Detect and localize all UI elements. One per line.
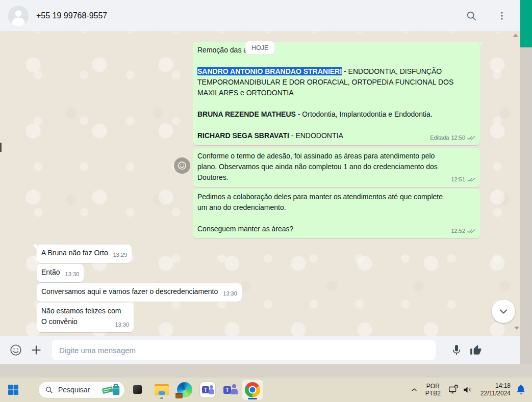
double-check-icon	[467, 177, 475, 182]
right-green-strip	[520, 0, 532, 47]
screen: +55 19 99768-9557 Remoção das á	[0, 0, 532, 402]
explorer-icon	[154, 383, 169, 396]
message-text: Doutores.	[197, 172, 475, 183]
message-meta: 12:51	[451, 174, 475, 185]
start-button[interactable]	[3, 380, 23, 400]
blank-line	[197, 120, 475, 130]
message-time: 13:30	[115, 319, 129, 330]
teams-classic-button[interactable]: T	[220, 380, 241, 400]
search-icon[interactable]	[465, 10, 477, 22]
message-text: Então13:30	[41, 267, 79, 278]
message-meta: 12:52	[451, 226, 475, 236]
whatsapp-window: +55 19 99768-9557 Remoção das á	[0, 0, 520, 364]
right-gray-strip[interactable]	[520, 47, 532, 378]
active-indicator	[248, 398, 257, 399]
work-briefcase-icon	[175, 393, 183, 398]
react-button[interactable]	[174, 157, 190, 174]
bubble-tail	[480, 42, 484, 47]
message-text: Conversamos aqui e vamos fazer o descred…	[41, 286, 237, 298]
bubble-tail	[33, 245, 37, 250]
chevron-down-icon	[497, 305, 510, 317]
message-time: 13:30	[223, 290, 237, 297]
message-text: TEMPOROMANDIBULAR E DOR OROFACIAL, ORTOP…	[197, 77, 475, 88]
scrollbar-up-arrow-icon[interactable]	[513, 34, 518, 37]
edge-icon	[177, 382, 192, 397]
chrome-button[interactable]	[242, 380, 263, 400]
message-text: Remoção das á	[197, 45, 475, 56]
composer-bar	[0, 336, 520, 364]
kebab-menu-icon[interactable]	[496, 10, 508, 22]
message-meta: 13:30	[115, 319, 129, 330]
windows-start-icon	[7, 384, 19, 396]
system-tray: POR PTB2 14:18 22/11/	[408, 378, 532, 402]
message-meta: Editada 12:50	[430, 132, 475, 143]
clock-date: 22/11/2024	[480, 390, 511, 397]
taskbar: Pesquisar	[0, 378, 532, 402]
message-bubble[interactable]: A Bruna não faz Orto13:29	[37, 245, 132, 263]
taskbar-clock[interactable]: 14:18 22/11/2024	[480, 382, 511, 397]
selected-text: SANDRO ANTONIO BRANDAO STRANIERI	[197, 67, 342, 75]
scrollbar-down-arrow-icon[interactable]	[514, 327, 519, 330]
message-time: 13:29	[113, 252, 128, 258]
blank-line	[197, 213, 475, 224]
message-time: 12:50	[451, 132, 465, 143]
edge-button[interactable]	[174, 380, 195, 400]
chat-title: +55 19 99768-9557	[36, 11, 447, 20]
message-input[interactable]	[52, 340, 436, 360]
language-indicator[interactable]: POR PTB2	[425, 383, 441, 397]
blank-line	[197, 98, 475, 109]
thumbs-up-icon[interactable]	[468, 342, 484, 358]
message-bubble[interactable]: Não estamos felizes com O convênio 13:30	[37, 303, 134, 332]
message-text: um ano do credenciamento.	[197, 202, 475, 213]
chat-area: Remoção das á SANDRO ANTONIO BRANDAO STR…	[0, 32, 520, 336]
double-check-icon	[467, 135, 475, 141]
chrome-icon	[245, 382, 260, 397]
taskbar-search[interactable]: Pesquisar	[38, 381, 125, 398]
double-check-icon	[467, 228, 475, 234]
message-bubble[interactable]: Conforme o termo de adesão, foi assinado…	[193, 148, 480, 187]
message-bubble[interactable]: Conversamos aqui e vamos fazer o descred…	[37, 283, 242, 302]
edited-label: Editada	[430, 132, 449, 143]
search-daily-image	[102, 383, 121, 396]
avatar[interactable]	[8, 6, 29, 26]
teams-classic-icon: T	[223, 382, 238, 397]
teams-icon: T	[200, 382, 215, 397]
message-text: Conforme o termo de adesão, foi assinado…	[197, 151, 475, 162]
message-time: 12:51	[451, 174, 465, 185]
bell-icon[interactable]	[515, 384, 528, 395]
task-view-button[interactable]	[128, 380, 148, 400]
clock-time: 14:18	[480, 382, 511, 390]
emoji-icon[interactable]	[8, 342, 23, 358]
message-text: SANDRO ANTONIO BRANDAO STRANIERI - ENDOD…	[197, 66, 475, 77]
blank-line	[197, 56, 475, 66]
message-bubble[interactable]: Pedimos a colaboração deles para manter …	[193, 189, 480, 238]
tray-chevron-up-icon[interactable]	[408, 386, 420, 394]
search-icon	[45, 386, 53, 394]
message-text: BRUNA REZENDE MATHEUS - Ortodontia, Impl…	[197, 109, 475, 120]
message-bubble[interactable]: Então13:30	[37, 264, 84, 282]
plus-icon[interactable]	[29, 342, 44, 358]
message-text: Conseguem manter as áreas?	[197, 224, 475, 234]
taskview-icon	[130, 382, 145, 397]
desktop-strip	[0, 364, 532, 378]
mic-icon[interactable]	[449, 342, 464, 358]
message-text: A Bruna não faz Orto13:29	[41, 248, 127, 259]
message-text: Não estamos felizes com	[41, 306, 129, 316]
message-text: MAXILARES e ORTODONTIA	[197, 88, 475, 98]
file-explorer-button[interactable]	[151, 380, 172, 400]
cast-network-icon[interactable]	[448, 384, 459, 395]
message-bubble[interactable]: Remoção das á SANDRO ANTONIO BRANDAO STR…	[193, 42, 480, 145]
chat-header: +55 19 99768-9557	[0, 0, 520, 32]
scroll-to-bottom-button[interactable]	[492, 300, 515, 323]
teams-button[interactable]: T	[197, 380, 218, 400]
message-text: plano. Observamos que ainda não completo…	[197, 162, 475, 172]
search-label: Pesquisar	[58, 386, 102, 394]
running-indicator	[160, 397, 163, 399]
message-text: Pedimos a colaboração deles para manter …	[197, 192, 475, 202]
speaker-icon[interactable]	[462, 384, 473, 395]
message-time: 13:30	[65, 271, 80, 277]
message-time: 12:52	[451, 226, 465, 236]
left-edge-artifact	[0, 143, 2, 152]
date-badge: HOJE	[245, 41, 274, 55]
